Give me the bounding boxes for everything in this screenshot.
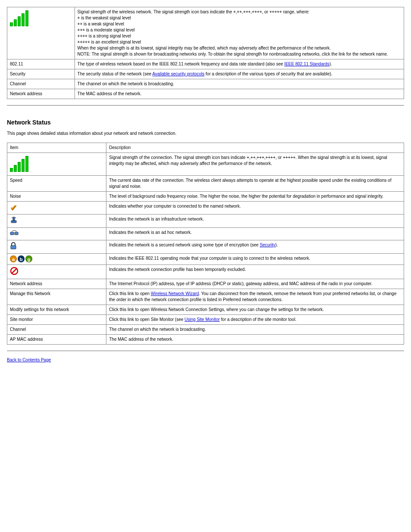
row-desc-noise: The level of background radio frequency … [106,191,404,201]
svg-rect-5 [15,232,18,235]
svg-rect-0 [11,221,16,223]
row-desc-adhoc: Indicates the network is an ad hoc netwo… [106,227,404,240]
header-description: Description [106,143,404,152]
ieee-standards-link[interactable]: IEEE 802.11 Standards [284,62,330,66]
row-desc-lock-before: Indicates the network is a secured netwo… [109,243,260,247]
excluded-icon-cell [7,264,106,279]
row-desc-connected: Indicates whether your computer is conne… [106,201,404,214]
row-label-speed: Speed [7,175,106,191]
row-desc-manage-before: Click this link to open [109,291,151,296]
row-desc-network-address-2: The Internet Protocol (IP) address, type… [106,279,404,289]
network-status-table: Item Description Signal strength of the … [7,143,404,345]
security-link[interactable]: Security [260,243,275,247]
back-to-contents-link[interactable]: Back to Contents Page [7,358,51,362]
signal-icon-cell [7,7,75,59]
signal-bars-icon [10,9,28,26]
header-item: Item [7,143,106,152]
section-desc-network-status: This page shows detailed status informat… [7,131,404,137]
row-desc-sitemon-after: for a description of the site monitor to… [220,317,296,322]
row-desc-manage: Click this link to open Wireless Network… [106,289,404,305]
row-desc-sitemon-before: Click this link to open Site Monitor (se… [109,317,184,322]
lock-icon [10,242,17,252]
row-label-sitemon: Site monitor [7,314,106,324]
abg-icon-cell: abg [7,253,106,264]
signal-table: Signal strength of the wireless network.… [7,7,404,99]
adhoc-icon [10,230,19,238]
row-desc-network-address: The MAC address of the network. [75,89,404,99]
signal-desc-line-0: Signal strength of the wireless network.… [78,9,401,15]
infra-icon-cell [7,214,106,227]
row-desc-80211-text: The type of wireless network based on th… [78,62,284,66]
excluded-icon [10,267,19,277]
row-label-manage: Manage this Network [7,289,106,305]
row-desc-abg: Indicates the IEEE 802.11 operating mode… [106,253,404,264]
security-protocols-link[interactable]: Available security protocols [153,72,205,76]
signal-desc-line-2: ++ is a weak signal level [78,21,401,27]
row-desc-80211: The type of wireless network based on th… [75,59,404,69]
row-label-channel-2: Channel [7,324,106,334]
abg-mode-icon: abg [10,255,32,262]
row-label-noise: Noise [7,191,106,201]
row-desc-security: The security status of the network (see … [75,69,404,79]
row-desc-infra: Indicates the network is an infrastructu… [106,214,404,227]
check-icon [10,203,19,212]
row-desc-security-text: The security status of the network (see [78,72,153,76]
signal-desc: Signal strength of the wireless network.… [75,7,404,59]
svg-rect-4 [10,232,14,235]
signal-desc-line-6: When the signal strength is at its lowes… [78,45,401,51]
row-desc-channel: The channel on which the network is broa… [75,79,404,89]
row-label-network-address-2: Network address [7,279,106,289]
signal-desc-line-5: +++++ is an excellent signal level [78,39,401,45]
signal-bars-icon [10,155,28,172]
check-icon-cell [7,201,106,214]
section-heading-network-status: Network Status [7,118,404,127]
divider-2 [7,351,404,351]
row-desc-excluded: Indicates the network connection profile… [106,264,404,279]
svg-rect-6 [11,246,16,249]
row-desc-channel-2: The channel on which the network is broa… [106,324,404,334]
row-desc-sitemon: Click this link to open Site Monitor (se… [106,314,404,324]
row-desc-speed: The current data rate of the connection.… [106,175,404,191]
site-monitor-link[interactable]: Using Site Monitor [184,317,220,322]
row-label-apmac: AP MAC address [7,334,106,344]
signal-desc-line-4: ++++ is a strong signal level [78,33,401,39]
signal-desc-line-1: + is the weakest signal level [78,15,401,21]
infrastructure-icon [10,216,18,226]
status-signal-desc: Signal strength of the connection. The s… [106,152,404,175]
svg-rect-1 [13,217,15,221]
signal-icon-cell-2 [7,152,106,175]
signal-desc-line-3: +++ is a moderate signal level [78,27,401,33]
lock-icon-cell [7,240,106,253]
wireless-wizard-link[interactable]: Wireless Network Wizard [151,291,199,296]
row-label-security: Security [7,69,75,79]
row-label-network-address: Network address [7,89,75,99]
row-desc-security-after: for a description of the various types o… [205,72,333,76]
row-label-80211: 802.11 [7,59,75,69]
adhoc-icon-cell [7,227,106,240]
signal-desc-line-7: NOTE: The signal strength is shown for b… [78,51,401,57]
row-desc-lock-after: ). [275,243,278,247]
row-label-modify: Modify settings for this network [7,305,106,314]
row-desc-modify: Click this link to open Wireless Network… [106,305,404,314]
row-label-channel: Channel [7,79,75,89]
divider [7,105,404,106]
row-desc-80211-after: ). [329,62,332,66]
row-desc-lock: Indicates the network is a secured netwo… [106,240,404,253]
row-desc-apmac: The MAC address of the network. [106,334,404,344]
